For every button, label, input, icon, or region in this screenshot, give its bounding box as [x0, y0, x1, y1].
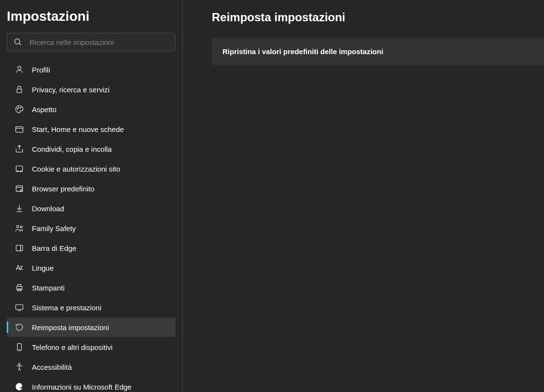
svg-point-6 — [20, 107, 21, 108]
sidebar-item-label: Accessibilità — [32, 363, 72, 371]
sidebar-item-label: Barra di Edge — [32, 244, 76, 252]
sidebar-item-download[interactable]: Download — [7, 199, 176, 218]
sidebar-item-languages[interactable]: Lingue — [7, 258, 176, 277]
sidebar-item-label: Stampanti — [32, 284, 65, 292]
svg-line-1 — [19, 44, 21, 45]
svg-rect-10 — [16, 166, 22, 172]
family-icon — [15, 223, 24, 233]
sidebar-item-label: Cookie e autorizzazioni sito — [32, 165, 120, 173]
svg-point-2 — [18, 66, 21, 70]
sidebar-item-about[interactable]: Informazioni su Microsoft Edge — [7, 377, 176, 392]
svg-point-30 — [18, 363, 20, 365]
sidebar-item-phone[interactable]: Telefono e altri dispositivi — [7, 337, 176, 357]
edgebar-icon — [15, 243, 24, 253]
search-icon — [13, 37, 23, 47]
reset-card[interactable]: Ripristina i valori predefiniti delle im… — [212, 38, 544, 65]
svg-point-4 — [17, 108, 18, 109]
settings-title: Impostazioni — [7, 9, 176, 24]
svg-point-11 — [17, 171, 18, 172]
sidebar-item-label: Download — [32, 204, 64, 213]
svg-point-19 — [20, 226, 22, 228]
svg-rect-23 — [16, 287, 22, 290]
palette-icon — [15, 104, 24, 114]
system-icon — [15, 303, 24, 312]
sidebar-item-privacy[interactable]: Privacy, ricerca e servizi — [7, 80, 176, 99]
edge-icon — [15, 382, 24, 392]
share-icon — [15, 144, 24, 154]
sidebar-item-label: Lingue — [32, 264, 54, 272]
svg-point-12 — [21, 171, 22, 172]
printer-icon — [15, 283, 24, 292]
svg-rect-13 — [16, 186, 22, 191]
sidebar-item-start[interactable]: Start, Home e nuove schede — [7, 119, 176, 139]
svg-point-0 — [15, 39, 20, 44]
reset-card-title: Ripristina i valori predefiniti delle im… — [222, 47, 533, 56]
svg-point-5 — [18, 107, 19, 108]
sidebar-item-printers[interactable]: Stampanti — [7, 278, 176, 297]
svg-rect-26 — [16, 305, 23, 309]
sidebar-item-profili[interactable]: Profili — [7, 60, 176, 79]
sidebar-item-accessibility[interactable]: Accessibilità — [7, 357, 176, 377]
sidebar-item-reset[interactable]: Reimposta impostazioni — [7, 318, 176, 337]
svg-rect-20 — [16, 245, 22, 251]
sidebar-item-label: Browser predefinito — [32, 185, 94, 193]
sidebar-item-label: Informazioni su Microsoft Edge — [32, 383, 132, 391]
svg-rect-7 — [16, 127, 23, 132]
download-icon — [15, 203, 24, 213]
nav-list: Profili Privacy, ricerca e servizi Aspet… — [7, 60, 176, 392]
svg-rect-3 — [17, 89, 22, 93]
browser-icon — [15, 184, 24, 193]
tabs-icon — [15, 124, 24, 134]
sidebar-item-label: Family Safety — [32, 224, 76, 232]
sidebar-item-label: Start, Home e nuove schede — [32, 125, 124, 133]
sidebar-item-label: Condividi, copia e incolla — [32, 145, 112, 153]
sidebar-item-system[interactable]: Sistema e prestazioni — [7, 298, 176, 317]
accessibility-icon — [15, 362, 24, 372]
sidebar-item-label: Privacy, ricerca e servizi — [32, 86, 110, 94]
search-box[interactable] — [7, 33, 176, 51]
main-content: Reimposta impostazioni Ripristina i valo… — [183, 0, 544, 392]
cookie-icon — [15, 164, 24, 174]
languages-icon — [15, 263, 24, 273]
lock-icon — [15, 85, 24, 94]
sidebar-item-family[interactable]: Family Safety — [7, 218, 176, 238]
profile-icon — [15, 65, 24, 74]
sidebar: Impostazioni Profili Privacy, ricerca e … — [0, 0, 183, 392]
svg-point-18 — [16, 225, 19, 228]
sidebar-item-label: Aspetto — [32, 105, 57, 114]
page-title: Reimposta impostazioni — [212, 11, 544, 24]
sidebar-item-cookie[interactable]: Cookie e autorizzazioni sito — [7, 159, 176, 178]
sidebar-item-label: Telefono e altri dispositivi — [32, 343, 113, 351]
sidebar-item-label: Sistema e prestazioni — [32, 304, 101, 312]
sidebar-item-label: Profili — [32, 66, 50, 74]
svg-rect-24 — [18, 284, 21, 286]
sidebar-item-label: Reimposta impostazioni — [32, 323, 109, 332]
phone-icon — [15, 342, 24, 352]
sidebar-item-browser[interactable]: Browser predefinito — [7, 179, 176, 198]
sidebar-item-share[interactable]: Condividi, copia e incolla — [7, 139, 176, 159]
reset-icon — [15, 322, 24, 332]
sidebar-item-aspetto[interactable]: Aspetto — [7, 100, 176, 119]
search-input[interactable] — [29, 38, 169, 46]
sidebar-item-edgebar[interactable]: Barra di Edge — [7, 238, 176, 258]
